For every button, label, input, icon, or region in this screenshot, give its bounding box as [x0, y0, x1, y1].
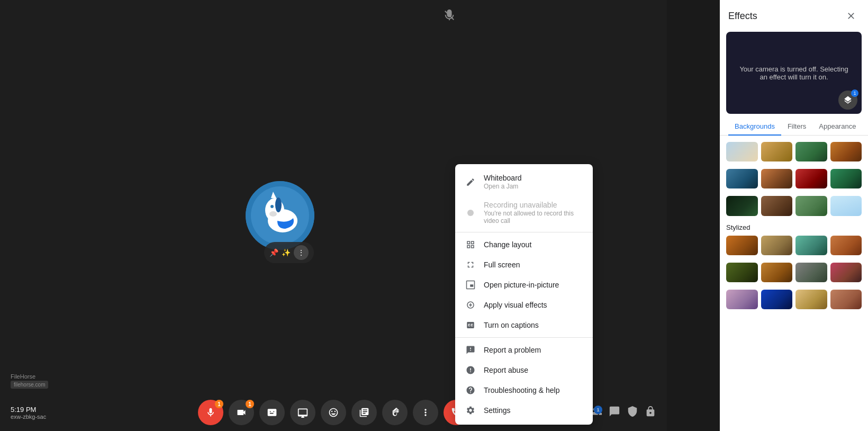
menu-item-visual-effects[interactable]: Apply visual effects	[455, 295, 593, 315]
troubleshooting-icon	[465, 385, 476, 395]
bg-thumb-7[interactable]	[795, 169, 827, 188]
visual-effects-icon	[465, 300, 476, 310]
menu-item-change-layout[interactable]: Change layout	[455, 235, 593, 255]
captions-icon	[465, 320, 476, 330]
present-button[interactable]	[290, 400, 315, 425]
tab-filters[interactable]: Filters	[781, 118, 812, 136]
recording-icon	[465, 208, 476, 218]
change-layout-icon	[465, 240, 476, 249]
effects-panel: Effects Your camera is turned off. Selec…	[720, 0, 868, 431]
full-screen-icon	[465, 260, 476, 270]
settings-icon	[465, 406, 476, 415]
context-menu: Whiteboard Open a Jam Recording unavaila…	[455, 164, 593, 425]
report-problem-label: Report a problem	[484, 346, 541, 354]
effects-close-button[interactable]	[843, 7, 860, 24]
effects-title: Effects	[728, 11, 757, 22]
menu-divider-2	[455, 337, 593, 338]
tab-backgrounds[interactable]: Backgrounds	[728, 118, 781, 136]
menu-item-report-problem[interactable]: Report a problem	[455, 340, 593, 360]
bg-thumb-11[interactable]	[795, 196, 827, 216]
captions-button[interactable]	[259, 400, 285, 425]
stylized-thumb-6[interactable]	[761, 263, 793, 282]
effects-body: Stylized	[720, 136, 868, 431]
people-badge: 1	[594, 406, 602, 414]
camera-button[interactable]: 1	[229, 400, 254, 425]
host-controls-button[interactable]	[627, 406, 638, 420]
bg-thumb-10[interactable]	[761, 196, 793, 216]
meeting-info: 5:19 PM exw-zbkg-sac	[11, 406, 46, 420]
camera-preview-text: Your camera is turned off. Selecting an …	[726, 65, 862, 81]
stylized-grid-3	[726, 290, 862, 309]
recording-sub: You're not allowed to record this video …	[484, 210, 583, 225]
bg-thumb-12[interactable]	[830, 196, 862, 216]
troubleshooting-label: Troubleshooting & help	[484, 386, 559, 394]
camera-preview: Your camera is turned off. Selecting an …	[726, 32, 862, 114]
bg-thumb-5[interactable]	[726, 169, 758, 188]
backgrounds-grid-2	[726, 169, 862, 188]
stylized-thumb-12[interactable]	[830, 290, 862, 309]
activities-button[interactable]	[351, 400, 377, 425]
menu-item-recording: Recording unavailable You're not allowed…	[455, 195, 593, 230]
stylized-section-label: Stylized	[726, 223, 862, 231]
participant-more-button[interactable]: ⋮	[294, 245, 309, 260]
menu-item-troubleshooting[interactable]: Troubleshooting & help	[455, 380, 593, 400]
whiteboard-label: Whiteboard	[484, 174, 522, 182]
meeting-time: 5:19 PM	[11, 406, 46, 414]
chat-button[interactable]	[609, 406, 620, 420]
stylized-thumb-2[interactable]	[761, 236, 793, 255]
effects-header: Effects	[720, 0, 868, 32]
emoji-button[interactable]	[321, 400, 346, 425]
stylized-thumb-10[interactable]	[761, 290, 793, 309]
svg-point-8	[275, 197, 282, 212]
stylized-thumb-8[interactable]	[830, 263, 862, 282]
bg-thumb-6[interactable]	[761, 169, 793, 188]
backgrounds-grid-3	[726, 196, 862, 216]
bg-thumb-3[interactable]	[795, 142, 827, 161]
participant-avatar-container	[246, 181, 314, 250]
pip-label: Open picture-in-picture	[484, 281, 559, 289]
mic-muted-indicator	[444, 10, 455, 24]
menu-item-captions[interactable]: Turn on captions	[455, 315, 593, 335]
stylized-thumb-11[interactable]	[795, 290, 827, 309]
lock-button[interactable]	[645, 406, 656, 420]
bg-thumb-8[interactable]	[830, 169, 862, 188]
stylized-thumb-4[interactable]	[830, 236, 862, 255]
watermark-logo: filehorse.com	[11, 381, 48, 389]
tab-appearance[interactable]: Appearance	[812, 118, 862, 136]
camera-badge: 1	[246, 400, 254, 408]
stylized-thumb-5[interactable]	[726, 263, 758, 282]
menu-item-whiteboard[interactable]: Whiteboard Open a Jam	[455, 168, 593, 195]
whiteboard-icon	[465, 177, 476, 187]
stylized-thumb-3[interactable]	[795, 236, 827, 255]
bg-thumb-2[interactable]	[761, 142, 793, 161]
bottom-controls: 1 1	[198, 400, 469, 425]
watermark: FileHorse filehorse.com	[11, 373, 48, 389]
backgrounds-grid-1	[726, 142, 862, 161]
captions-label: Turn on captions	[484, 321, 539, 329]
mic-button[interactable]: 1	[198, 400, 223, 425]
avatar-circle	[246, 181, 314, 250]
mic-badge: 1	[215, 400, 223, 408]
menu-item-report-abuse[interactable]: Report abuse	[455, 360, 593, 380]
stylized-thumb-1[interactable]	[726, 236, 758, 255]
report-abuse-icon	[465, 365, 476, 375]
more-options-button[interactable]	[413, 400, 438, 425]
visual-effects-label: Apply visual effects	[484, 301, 547, 309]
bg-thumb-1[interactable]	[726, 142, 758, 161]
recording-label: Recording unavailable	[484, 201, 583, 209]
participant-spark-icon: ✨	[282, 248, 291, 257]
settings-label: Settings	[484, 406, 511, 415]
whiteboard-sub: Open a Jam	[484, 183, 522, 190]
full-screen-label: Full screen	[484, 261, 520, 269]
report-problem-icon	[465, 345, 476, 355]
raise-hand-button[interactable]	[382, 400, 408, 425]
bg-thumb-4[interactable]	[830, 142, 862, 161]
menu-item-pip[interactable]: Open picture-in-picture	[455, 275, 593, 295]
effects-layers-button[interactable]: 1	[838, 91, 857, 110]
menu-item-full-screen[interactable]: Full screen	[455, 255, 593, 275]
stylized-thumb-7[interactable]	[795, 263, 827, 282]
bg-thumb-9[interactable]	[726, 196, 758, 216]
svg-point-7	[270, 205, 274, 208]
stylized-thumb-9[interactable]	[726, 290, 758, 309]
menu-item-settings[interactable]: Settings	[455, 400, 593, 420]
